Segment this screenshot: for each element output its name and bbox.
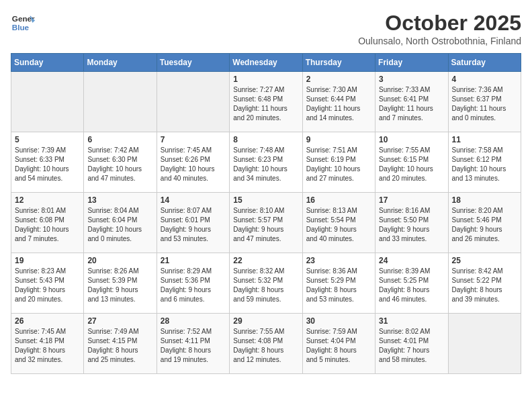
calendar-cell: 2Sunrise: 7:30 AM Sunset: 6:44 PM Daylig… [302,72,375,132]
header-sunday: Sunday [11,54,84,72]
calendar-cell: 6Sunrise: 7:42 AM Sunset: 6:30 PM Daylig… [84,132,157,193]
header-wednesday: Wednesday [230,54,302,72]
calendar-table: SundayMondayTuesdayWednesdayThursdayFrid… [11,53,521,374]
day-number: 9 [306,135,371,144]
calendar-cell: 13Sunrise: 8:04 AM Sunset: 6:04 PM Dayli… [84,193,157,253]
calendar-cell: 18Sunrise: 8:20 AM Sunset: 5:46 PM Dayli… [448,193,521,253]
day-info: Sunrise: 8:04 AM Sunset: 6:04 PM Dayligh… [87,206,152,244]
day-number: 28 [161,316,226,326]
day-info: Sunrise: 8:01 AM Sunset: 6:08 PM Dayligh… [15,206,80,244]
day-number: 7 [161,135,226,144]
day-number: 5 [15,135,80,144]
calendar-cell: 8Sunrise: 7:48 AM Sunset: 6:23 PM Daylig… [230,132,302,193]
calendar-cell: 15Sunrise: 8:10 AM Sunset: 5:57 PM Dayli… [230,193,302,253]
calendar-cell: 23Sunrise: 8:36 AM Sunset: 5:29 PM Dayli… [302,253,375,314]
day-number: 27 [87,316,152,326]
day-info: Sunrise: 7:45 AM Sunset: 6:26 PM Dayligh… [161,146,226,183]
day-info: Sunrise: 8:39 AM Sunset: 5:25 PM Dayligh… [379,267,444,304]
day-number: 13 [87,195,152,205]
calendar-cell: 11Sunrise: 7:58 AM Sunset: 6:12 PM Dayli… [448,132,521,193]
day-number: 2 [306,75,371,84]
header-monday: Monday [84,54,157,72]
day-info: Sunrise: 7:39 AM Sunset: 6:33 PM Dayligh… [15,146,80,183]
calendar-week-row: 5Sunrise: 7:39 AM Sunset: 6:33 PM Daylig… [11,132,521,193]
day-info: Sunrise: 7:51 AM Sunset: 6:19 PM Dayligh… [306,146,371,183]
day-info: Sunrise: 8:26 AM Sunset: 5:39 PM Dayligh… [87,267,152,304]
day-info: Sunrise: 8:23 AM Sunset: 5:43 PM Dayligh… [15,267,80,304]
calendar-cell: 27Sunrise: 7:49 AM Sunset: 4:15 PM Dayli… [84,314,157,374]
day-info: Sunrise: 8:20 AM Sunset: 5:46 PM Dayligh… [452,206,517,244]
calendar-subtitle: Oulunsalo, North Ostrobothnia, Finland [358,36,521,46]
calendar-cell [448,314,521,374]
calendar-cell: 26Sunrise: 7:45 AM Sunset: 4:18 PM Dayli… [11,314,84,374]
day-info: Sunrise: 8:10 AM Sunset: 5:57 PM Dayligh… [233,206,298,244]
calendar-week-row: 26Sunrise: 7:45 AM Sunset: 4:18 PM Dayli… [11,314,521,374]
calendar-cell: 5Sunrise: 7:39 AM Sunset: 6:33 PM Daylig… [11,132,84,193]
calendar-cell [84,72,157,132]
day-info: Sunrise: 7:49 AM Sunset: 4:15 PM Dayligh… [87,327,152,365]
calendar-cell [11,72,84,132]
day-number: 22 [233,256,298,265]
day-number: 16 [306,195,371,205]
calendar-cell: 25Sunrise: 8:42 AM Sunset: 5:22 PM Dayli… [448,253,521,314]
day-info: Sunrise: 7:55 AM Sunset: 6:15 PM Dayligh… [379,146,444,183]
calendar-cell: 24Sunrise: 8:39 AM Sunset: 5:25 PM Dayli… [375,253,448,314]
day-info: Sunrise: 8:07 AM Sunset: 6:01 PM Dayligh… [161,206,226,244]
svg-text:Blue: Blue [12,23,30,32]
calendar-cell: 17Sunrise: 8:16 AM Sunset: 5:50 PM Dayli… [375,193,448,253]
calendar-cell: 4Sunrise: 7:36 AM Sunset: 6:37 PM Daylig… [448,72,521,132]
day-info: Sunrise: 7:48 AM Sunset: 6:23 PM Dayligh… [233,146,298,183]
header-thursday: Thursday [302,54,375,72]
calendar-week-row: 1Sunrise: 7:27 AM Sunset: 6:48 PM Daylig… [11,72,521,132]
day-info: Sunrise: 8:36 AM Sunset: 5:29 PM Dayligh… [306,267,371,304]
day-number: 25 [452,256,517,265]
day-info: Sunrise: 8:29 AM Sunset: 5:36 PM Dayligh… [161,267,226,304]
day-info: Sunrise: 7:52 AM Sunset: 4:11 PM Dayligh… [161,327,226,365]
day-info: Sunrise: 8:02 AM Sunset: 4:01 PM Dayligh… [379,327,444,365]
calendar-cell: 22Sunrise: 8:32 AM Sunset: 5:32 PM Dayli… [230,253,302,314]
day-number: 12 [15,195,80,205]
day-number: 24 [379,256,444,265]
logo: General Blue [11,11,35,35]
logo-icon: General Blue [11,11,35,35]
day-number: 20 [87,256,152,265]
day-number: 14 [161,195,226,205]
day-number: 10 [379,135,444,144]
day-info: Sunrise: 7:55 AM Sunset: 4:08 PM Dayligh… [233,327,298,365]
day-number: 26 [15,316,80,326]
calendar-cell: 29Sunrise: 7:55 AM Sunset: 4:08 PM Dayli… [230,314,302,374]
page-header: General Blue October 2025 Oulunsalo, Nor… [11,11,521,46]
day-info: Sunrise: 7:58 AM Sunset: 6:12 PM Dayligh… [452,146,517,183]
day-info: Sunrise: 7:59 AM Sunset: 4:04 PM Dayligh… [306,327,371,365]
day-number: 6 [87,135,152,144]
day-info: Sunrise: 7:45 AM Sunset: 4:18 PM Dayligh… [15,327,80,365]
calendar-cell: 9Sunrise: 7:51 AM Sunset: 6:19 PM Daylig… [302,132,375,193]
day-number: 11 [452,135,517,144]
calendar-cell: 21Sunrise: 8:29 AM Sunset: 5:36 PM Dayli… [157,253,229,314]
day-number: 4 [452,75,517,84]
calendar-cell: 7Sunrise: 7:45 AM Sunset: 6:26 PM Daylig… [157,132,229,193]
calendar-cell: 30Sunrise: 7:59 AM Sunset: 4:04 PM Dayli… [302,314,375,374]
calendar-cell: 14Sunrise: 8:07 AM Sunset: 6:01 PM Dayli… [157,193,229,253]
header-friday: Friday [375,54,448,72]
calendar-week-row: 12Sunrise: 8:01 AM Sunset: 6:08 PM Dayli… [11,193,521,253]
day-number: 29 [233,316,298,326]
day-number: 30 [306,316,371,326]
day-info: Sunrise: 8:32 AM Sunset: 5:32 PM Dayligh… [233,267,298,304]
calendar-cell: 10Sunrise: 7:55 AM Sunset: 6:15 PM Dayli… [375,132,448,193]
day-number: 18 [452,195,517,205]
calendar-cell: 31Sunrise: 8:02 AM Sunset: 4:01 PM Dayli… [375,314,448,374]
calendar-cell: 3Sunrise: 7:33 AM Sunset: 6:41 PM Daylig… [375,72,448,132]
day-info: Sunrise: 7:33 AM Sunset: 6:41 PM Dayligh… [379,85,444,123]
header-saturday: Saturday [448,54,521,72]
calendar-header-row: SundayMondayTuesdayWednesdayThursdayFrid… [11,54,521,72]
day-info: Sunrise: 7:42 AM Sunset: 6:30 PM Dayligh… [87,146,152,183]
day-number: 19 [15,256,80,265]
day-number: 8 [233,135,298,144]
day-info: Sunrise: 8:42 AM Sunset: 5:22 PM Dayligh… [452,267,517,304]
title-section: October 2025 Oulunsalo, North Ostrobothn… [358,11,521,46]
calendar-cell: 16Sunrise: 8:13 AM Sunset: 5:54 PM Dayli… [302,193,375,253]
calendar-cell: 1Sunrise: 7:27 AM Sunset: 6:48 PM Daylig… [230,72,302,132]
day-number: 15 [233,195,298,205]
calendar-week-row: 19Sunrise: 8:23 AM Sunset: 5:43 PM Dayli… [11,253,521,314]
